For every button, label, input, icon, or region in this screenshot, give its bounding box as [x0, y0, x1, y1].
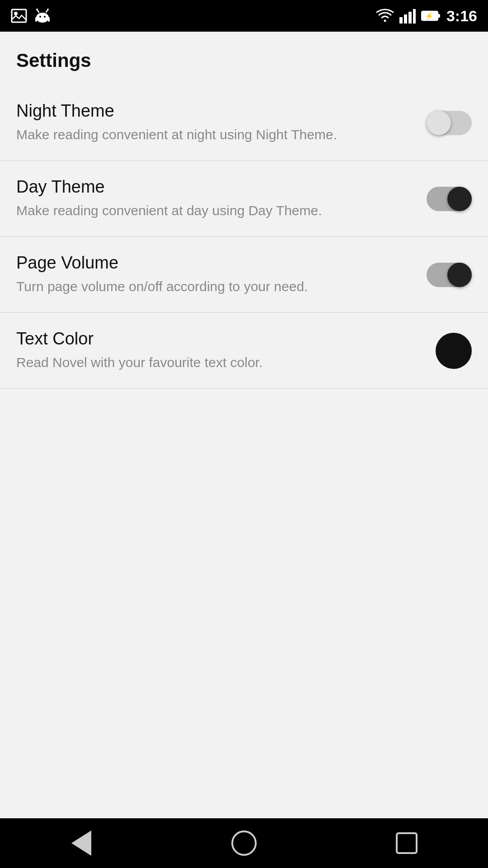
page-volume-title: Page Volume: [16, 253, 408, 273]
text-color-title: Text Color: [16, 329, 418, 349]
home-icon: [231, 830, 257, 856]
svg-point-5: [44, 16, 46, 18]
night-theme-title: Night Theme: [16, 101, 408, 121]
svg-rect-3: [36, 15, 49, 21]
svg-rect-12: [399, 17, 403, 24]
day-theme-item[interactable]: Day Theme Make reading convenient at day…: [0, 161, 488, 237]
settings-list: Night Theme Make reading convenient at n…: [0, 85, 488, 389]
back-icon: [71, 830, 91, 856]
text-color-text: Text Color Read Novel with your favourit…: [16, 329, 436, 372]
svg-rect-10: [35, 17, 37, 22]
svg-rect-17: [438, 14, 440, 18]
svg-rect-13: [404, 14, 407, 24]
nav-back-button[interactable]: [63, 825, 99, 861]
status-time: 3:16: [446, 7, 477, 25]
wifi-icon: [376, 8, 394, 24]
svg-point-4: [39, 16, 41, 18]
day-theme-title: Day Theme: [16, 177, 408, 197]
image-icon: [11, 8, 27, 24]
page-title: Settings: [0, 32, 488, 85]
nav-recents-button[interactable]: [389, 825, 425, 861]
night-theme-desc: Make reading convenient at night using N…: [16, 125, 408, 144]
svg-point-1: [14, 12, 18, 15]
night-theme-knob: [427, 111, 451, 135]
recents-icon: [396, 832, 418, 854]
svg-rect-15: [413, 9, 416, 24]
day-theme-toggle[interactable]: [427, 187, 472, 211]
status-bar: ⚡ 3:16: [0, 0, 488, 32]
night-theme-toggle[interactable]: [427, 111, 472, 135]
day-theme-text: Day Theme Make reading convenient at day…: [16, 177, 427, 220]
page-volume-item[interactable]: Page Volume Turn page volume on/off acco…: [0, 237, 488, 313]
svg-text:⚡: ⚡: [425, 12, 434, 20]
page-volume-knob: [447, 263, 472, 287]
nav-bar: [0, 818, 488, 868]
status-bar-right-icons: ⚡ 3:16: [376, 7, 477, 25]
svg-rect-14: [408, 12, 412, 24]
night-theme-text: Night Theme Make reading convenient at n…: [16, 101, 427, 144]
page-volume-text: Page Volume Turn page volume on/off acco…: [16, 253, 427, 296]
text-color-desc: Read Novel with your favourite text colo…: [16, 353, 418, 372]
main-content: Settings Night Theme Make reading conven…: [0, 32, 488, 818]
page-volume-toggle[interactable]: [427, 263, 472, 287]
day-theme-knob: [447, 187, 472, 211]
page-volume-desc: Turn page volume on/off according to you…: [16, 277, 408, 296]
svg-rect-11: [48, 17, 50, 22]
text-color-item[interactable]: Text Color Read Novel with your favourit…: [0, 313, 488, 389]
text-color-circle[interactable]: [436, 333, 472, 369]
status-bar-left-icons: [11, 8, 51, 24]
svg-point-8: [36, 9, 38, 10]
svg-rect-0: [12, 9, 26, 22]
svg-point-9: [47, 9, 49, 10]
signal-icon: [399, 8, 416, 24]
android-icon: [34, 8, 51, 24]
night-theme-item[interactable]: Night Theme Make reading convenient at n…: [0, 85, 488, 161]
day-theme-desc: Make reading convenient at day using Day…: [16, 201, 408, 220]
nav-home-button[interactable]: [226, 825, 262, 861]
battery-icon: ⚡: [421, 10, 441, 22]
